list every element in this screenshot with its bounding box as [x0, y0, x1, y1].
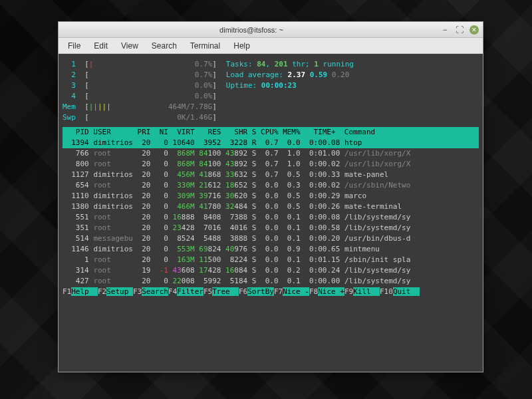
menubar: File Edit View Search Terminal Help: [59, 38, 483, 54]
maximize-button[interactable]: ⛶: [455, 25, 464, 35]
fkey-label: F4: [168, 287, 177, 296]
cpu-bar: 1 [| 0.7%]: [63, 59, 217, 70]
fkey-label: F10: [380, 287, 393, 296]
close-button[interactable]: ✕: [469, 25, 479, 35]
fkey-label: F8: [309, 287, 318, 296]
fkey-action[interactable]: Kill: [353, 287, 380, 296]
mem-bar: Mem [||||| 464M/7.78G]: [63, 102, 217, 112]
minimize-button[interactable]: −: [440, 25, 450, 35]
menu-file[interactable]: File: [61, 40, 87, 52]
process-row[interactable]: 351 root 20 0 23428 7016 4016 S 0.0 0.1 …: [63, 223, 479, 233]
fkey-action[interactable]: Nice -: [283, 287, 309, 296]
fkey-label: F3: [133, 287, 142, 296]
cpu-meters: 1 [| 0.7%] 2 [ 0.7%] 3 [ 0.0%] 4 [ 0.0%]…: [63, 59, 217, 123]
cpu-bar: 2 [ 0.7%]: [63, 70, 217, 80]
fkey-label: F6: [239, 287, 247, 296]
fkey-label: F1: [63, 287, 71, 296]
process-row[interactable]: 1 root 20 0 163M 11500 8224 S 0.0 0.1 0:…: [63, 255, 479, 265]
menu-help[interactable]: Help: [227, 40, 257, 52]
terminal-window: dimitrios@itsfoss: ~ − ⛶ ✕ File Edit Vie…: [58, 21, 483, 372]
uptime-line: Uptime: 00:00:23: [226, 80, 354, 91]
process-row[interactable]: 1394 dimitrios 20 0 10640 3952 3228 R 0.…: [63, 138, 479, 148]
fkey-action[interactable]: Help: [71, 287, 98, 296]
cpu-bar: 3 [ 0.0%]: [63, 80, 217, 91]
menu-edit[interactable]: Edit: [87, 40, 114, 52]
fkey-action[interactable]: Tree: [212, 287, 239, 296]
process-row[interactable]: 427 root 20 0 22008 5992 5184 S 0.0 0.1 …: [63, 276, 479, 287]
window-title: dimitrios@itsfoss: ~: [63, 26, 440, 34]
process-row[interactable]: 514 messagebu 20 0 8524 5488 3888 S 0.0 …: [63, 233, 479, 244]
fkey-label: F2: [98, 287, 106, 296]
htop-header: 1 [| 0.7%] 2 [ 0.7%] 3 [ 0.0%] 4 [ 0.0%]…: [63, 59, 479, 123]
fkey-action[interactable]: Setup: [106, 287, 133, 296]
menu-search[interactable]: Search: [145, 40, 184, 52]
fkey-action[interactable]: Quit: [393, 287, 420, 296]
process-table[interactable]: 1394 dimitrios 20 0 10640 3952 3228 R 0.…: [63, 138, 479, 287]
window-controls: − ⛶ ✕: [440, 25, 479, 35]
window-titlebar[interactable]: dimitrios@itsfoss: ~ − ⛶ ✕: [59, 22, 483, 38]
process-row[interactable]: 800 root 20 0 868M 84100 43892 S 0.7 1.0…: [63, 159, 479, 170]
function-key-bar[interactable]: F1Help F2Setup F3SearchF4FilterF5Tree F6…: [63, 287, 479, 297]
load-line: Load average: 2.37 0.59 0.20: [226, 70, 354, 80]
menu-view[interactable]: View: [114, 40, 145, 52]
fkey-action[interactable]: SortBy: [247, 287, 274, 296]
swap-bar: Swp [ 0K/1.46G]: [63, 112, 217, 123]
tasks-line: Tasks: 84, 201 thr; 1 running: [226, 59, 354, 70]
summary-panel: Tasks: 84, 201 thr; 1 running Load avera…: [226, 59, 354, 123]
fkey-action[interactable]: Nice +: [318, 287, 344, 296]
process-header: PID USER PRI NI VIRT RES SHR S CPU% MEM%…: [63, 127, 479, 138]
menu-terminal[interactable]: Terminal: [184, 40, 227, 52]
process-row[interactable]: 1110 dimitrios 20 0 309M 39716 30620 S 0…: [63, 191, 479, 201]
process-row[interactable]: 1146 dimitrios 20 0 553M 69824 40976 S 0…: [63, 244, 479, 255]
fkey-label: F7: [274, 287, 283, 296]
process-row[interactable]: 766 root 20 0 868M 84100 43892 S 0.7 1.0…: [63, 148, 479, 159]
terminal-body[interactable]: 1 [| 0.7%] 2 [ 0.7%] 3 [ 0.0%] 4 [ 0.0%]…: [59, 54, 483, 372]
fkey-label: F5: [203, 287, 212, 296]
process-row[interactable]: 654 root 20 0 330M 21612 18652 S 0.0 0.3…: [63, 180, 479, 191]
process-row[interactable]: 314 root 19 -1 43608 17428 16084 S 0.0 0…: [63, 265, 479, 276]
process-row[interactable]: 1380 dimitrios 20 0 466M 41780 32484 S 0…: [63, 201, 479, 212]
cpu-bar: 4 [ 0.0%]: [63, 91, 217, 102]
process-row[interactable]: 551 root 20 0 16888 8408 7388 S 0.0 0.1 …: [63, 212, 479, 223]
process-row[interactable]: 1127 dimitrios 20 0 456M 41868 33632 S 0…: [63, 170, 479, 180]
fkey-label: F9: [344, 287, 353, 296]
fkey-action[interactable]: Search: [142, 287, 168, 296]
fkey-action[interactable]: Filter: [177, 287, 203, 296]
